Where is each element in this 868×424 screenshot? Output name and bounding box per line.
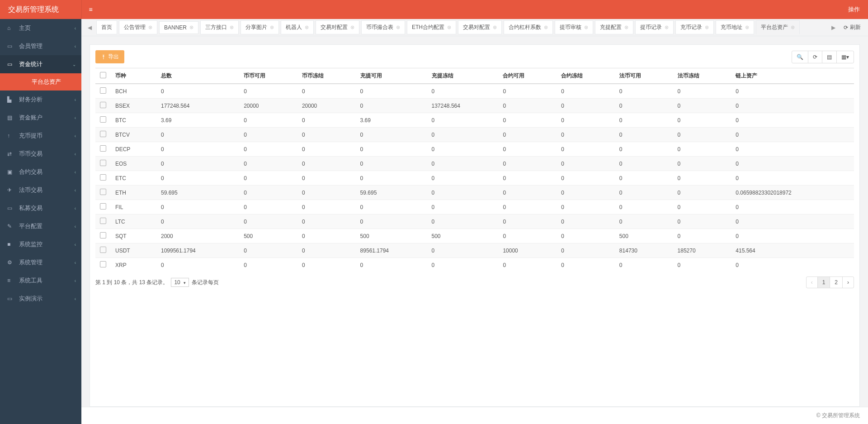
row-checkbox[interactable] — [100, 247, 106, 253]
tab-提币记录[interactable]: 提币记录⊗ — [635, 20, 674, 34]
sidebar-item-finance[interactable]: ▙财务分析‹ — [0, 91, 81, 109]
row-checkbox[interactable] — [100, 232, 106, 238]
table-row[interactable]: FIL0000000000 — [95, 200, 854, 214]
tab-币币撮合表[interactable]: 币币撮合表⊗ — [361, 20, 405, 34]
column-header[interactable]: 总数 — [156, 68, 239, 84]
table-row[interactable]: SQT200050005005000050000 — [95, 229, 854, 243]
column-header[interactable]: 法币冻结 — [673, 68, 731, 84]
close-icon[interactable]: ⊗ — [189, 24, 193, 30]
close-icon[interactable]: ⊗ — [447, 24, 451, 30]
table-row[interactable]: BSEX177248.56420000200000137248.56400000 — [95, 99, 854, 113]
tab-ETH合约配置[interactable]: ETH合约配置⊗ — [407, 20, 456, 34]
row-checkbox[interactable] — [100, 174, 106, 181]
tab-充币地址[interactable]: 充币地址⊗ — [716, 20, 754, 34]
close-icon[interactable]: ⊗ — [791, 24, 795, 30]
tab-充币记录[interactable]: 充币记录⊗ — [675, 20, 714, 34]
column-header[interactable]: 法币可用 — [615, 68, 673, 84]
table-row[interactable]: ETH59.6950059.695000000.0659882330201897… — [95, 186, 854, 200]
row-checkbox[interactable] — [100, 131, 106, 137]
close-icon[interactable]: ⊗ — [305, 24, 309, 30]
close-icon[interactable]: ⊗ — [230, 24, 234, 30]
column-header[interactable]: 币币可用 — [239, 68, 297, 84]
sidebar-subitem-platform-assets[interactable]: 平台总资产 — [0, 73, 81, 91]
tab-BANNER[interactable]: BANNER⊗ — [159, 21, 198, 34]
table-row[interactable]: ETC0000000000 — [95, 171, 854, 186]
topbar-operation[interactable]: 操作 — [848, 5, 868, 14]
close-icon[interactable]: ⊗ — [624, 24, 628, 30]
sidebar-item-config[interactable]: ✎平台配置‹ — [0, 217, 81, 235]
row-checkbox[interactable] — [100, 116, 106, 123]
tab-分享图片[interactable]: 分享图片⊗ — [241, 20, 279, 34]
row-checkbox[interactable] — [100, 261, 106, 267]
close-icon[interactable]: ⊗ — [350, 24, 354, 30]
search-icon[interactable]: 🔍 — [792, 51, 808, 63]
close-icon[interactable]: ⊗ — [665, 24, 669, 30]
tab-提币审核[interactable]: 提币审核⊗ — [555, 20, 593, 34]
tab-三方接口[interactable]: 三方接口⊗ — [200, 20, 239, 34]
sidebar-item-demo[interactable]: ▭实例演示‹ — [0, 290, 81, 308]
sidebar-item-monitor[interactable]: ■系统监控‹ — [0, 235, 81, 253]
sidebar-item-tools[interactable]: ≡系统工具‹ — [0, 272, 81, 290]
table-row[interactable]: BCH0000000000 — [95, 84, 854, 99]
page-prev[interactable]: ‹ — [807, 277, 817, 288]
table-row[interactable]: XRP0000000000 — [95, 258, 854, 272]
hamburger-icon[interactable]: ≡ — [81, 0, 99, 19]
column-header[interactable]: 链上资产 — [731, 68, 854, 84]
grid-icon[interactable]: ▦▾ — [836, 51, 854, 63]
sidebar-item-stats[interactable]: ▭资金统计⌄ — [0, 55, 81, 73]
sidebar-item-deposit[interactable]: ↑充币提币‹ — [0, 127, 81, 145]
close-icon[interactable]: ⊗ — [584, 24, 588, 30]
column-header[interactable]: 合约可用 — [498, 68, 557, 84]
close-icon[interactable]: ⊗ — [148, 24, 152, 30]
tab-平台总资产[interactable]: 平台总资产⊗ — [756, 20, 800, 34]
table-row[interactable]: USDT1099561.17940089561.1794010000081473… — [95, 243, 854, 258]
close-icon[interactable]: ⊗ — [745, 24, 749, 30]
sidebar-item-home[interactable]: ⌂主页‹ — [0, 19, 81, 37]
close-icon[interactable]: ⊗ — [493, 24, 497, 30]
row-checkbox[interactable] — [100, 160, 106, 166]
sidebar-item-account[interactable]: ▤资金账户‹ — [0, 109, 81, 127]
sidebar-item-private[interactable]: ▭私募交易‹ — [0, 199, 81, 217]
row-checkbox[interactable] — [100, 145, 106, 152]
column-header[interactable]: 充提可用 — [356, 68, 427, 84]
tab-交易对配置[interactable]: 交易对配置⊗ — [316, 20, 359, 34]
tabs-scroll-right-icon[interactable]: ▶ — [828, 24, 839, 31]
sidebar-item-member[interactable]: ▭会员管理‹ — [0, 37, 81, 55]
column-header[interactable]: 充提冻结 — [427, 68, 499, 84]
select-all-checkbox[interactable] — [100, 72, 106, 78]
tab-充提配置[interactable]: 充提配置⊗ — [595, 20, 633, 34]
table-row[interactable]: LTC0000000000 — [95, 214, 854, 229]
close-icon[interactable]: ⊗ — [270, 24, 274, 30]
row-checkbox[interactable] — [100, 218, 106, 224]
table-row[interactable]: BTCV0000000000 — [95, 128, 854, 142]
row-checkbox[interactable] — [100, 203, 106, 210]
reload-icon[interactable]: ⟳ — [808, 51, 822, 63]
sidebar-item-sys[interactable]: ⚙系统管理‹ — [0, 253, 81, 272]
row-checkbox[interactable] — [100, 189, 106, 195]
sidebar-item-fiat[interactable]: ✈法币交易‹ — [0, 181, 81, 199]
table-row[interactable]: DECP0000000000 — [95, 142, 854, 157]
page-size-select[interactable]: 10 ▾ — [171, 278, 189, 287]
table-row[interactable]: EOS0000000000 — [95, 157, 854, 171]
page-next[interactable]: › — [842, 277, 854, 288]
row-checkbox[interactable] — [100, 87, 106, 94]
tab-机器人[interactable]: 机器人⊗ — [281, 20, 314, 34]
close-icon[interactable]: ⊗ — [396, 24, 400, 30]
tab-首页[interactable]: 首页 — [96, 20, 117, 34]
row-checkbox[interactable] — [100, 102, 106, 108]
tab-合约杠杆系数[interactable]: 合约杠杆系数⊗ — [504, 20, 553, 34]
sidebar-item-contract[interactable]: ▣合约交易‹ — [0, 163, 81, 181]
close-icon[interactable]: ⊗ — [705, 24, 709, 30]
page-2[interactable]: 2 — [830, 277, 842, 288]
table-row[interactable]: BTC3.69003.69000000 — [95, 113, 854, 128]
columns-icon[interactable]: ▤ — [822, 51, 836, 63]
close-icon[interactable]: ⊗ — [544, 24, 548, 30]
page-1[interactable]: 1 — [817, 277, 830, 288]
sidebar-item-spot[interactable]: ⇄币币交易‹ — [0, 145, 81, 163]
refresh-button[interactable]: ⟳ 刷新 — [839, 24, 865, 31]
tab-公告管理[interactable]: 公告管理⊗ — [119, 20, 157, 34]
column-header[interactable]: 币种 — [111, 68, 156, 84]
tab-交易对配置[interactable]: 交易对配置⊗ — [458, 20, 502, 34]
column-header[interactable]: 币币冻结 — [297, 68, 356, 84]
export-button[interactable]: ⭱ 导出 — [95, 50, 124, 63]
